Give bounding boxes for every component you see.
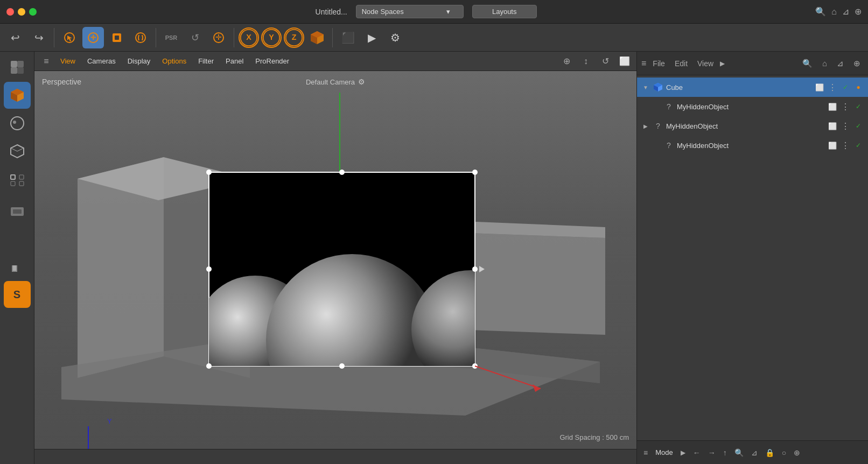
viewport-rotate-icon[interactable]: ↺	[598, 54, 613, 69]
psr-button[interactable]: PSR	[160, 27, 182, 48]
svg-marker-48	[454, 233, 605, 335]
cube-actions: ⬜ ⋮ ✓ ●	[814, 82, 864, 93]
file-menu[interactable]: File	[649, 57, 668, 70]
hidden1-actions: ⬜ ⋮ ✓	[827, 101, 864, 112]
transform-button[interactable]	[306, 27, 328, 48]
sidebar-item-objects[interactable]	[4, 82, 31, 109]
scale-tool-button[interactable]	[106, 27, 128, 48]
mode-arrow-left[interactable]: ←	[691, 446, 703, 459]
object-row-cube[interactable]: ▼ Cube ⬜ ⋮ ✓ ●	[637, 78, 868, 97]
viewport-hamburger[interactable]: ≡	[39, 54, 54, 69]
y-axis-button[interactable]: Y	[261, 27, 282, 48]
render-region-button[interactable]: ⬛	[337, 27, 359, 48]
view-menu[interactable]: View	[55, 55, 81, 67]
h1-dots-icon[interactable]: ⋮	[840, 101, 851, 112]
search-icon[interactable]: 🔍	[815, 6, 826, 17]
h3-check-icon[interactable]: ✓	[853, 140, 864, 151]
h3-visibility-icon[interactable]: ⬜	[827, 140, 838, 151]
layouts-button[interactable]: Layouts	[472, 5, 537, 18]
viewport-pan-icon[interactable]: ↕	[578, 54, 593, 69]
cursor-tool-button[interactable]	[59, 27, 80, 48]
svg-rect-29	[19, 175, 24, 179]
z-axis-button[interactable]: Z	[284, 27, 304, 48]
mode-hamburger[interactable]: ≡	[641, 446, 650, 459]
h2-check-icon[interactable]: ✓	[853, 121, 864, 131]
viewport-layout-icon[interactable]: ⬜	[617, 54, 632, 69]
expand-icon-cube[interactable]: ▼	[641, 83, 650, 92]
minimize-button[interactable]	[18, 8, 25, 16]
arrow-right-icon[interactable]: ▶	[720, 60, 725, 67]
move-tool-button[interactable]: ✛	[82, 27, 104, 48]
cube-check-icon[interactable]: ✓	[840, 82, 851, 93]
maximize-button[interactable]	[29, 8, 37, 16]
rph-hamburger[interactable]: ≡	[641, 59, 646, 68]
mode-arrow-up[interactable]: ↑	[721, 446, 729, 459]
sidebar-item-animation[interactable]	[4, 166, 31, 193]
expand-icon-h2[interactable]: ▶	[641, 122, 650, 130]
object-row-hidden3[interactable]: ▶ ? MyHiddenObject ⬜ ⋮ ✓	[648, 136, 868, 155]
viewport-move-icon[interactable]: ⊕	[559, 54, 574, 69]
h3-dots-icon[interactable]: ⋮	[840, 140, 851, 151]
search-right-icon[interactable]: 🔍	[799, 57, 816, 71]
mode-filter[interactable]: ⊿	[749, 446, 760, 459]
prorender-menu[interactable]: ProRender	[250, 55, 295, 67]
left-sidebar: S	[0, 52, 34, 464]
mode-search[interactable]: 🔍	[732, 446, 746, 459]
close-button[interactable]	[6, 8, 14, 16]
h1-check-icon[interactable]: ✓	[853, 101, 864, 112]
add-icon[interactable]: ⊕	[855, 6, 862, 17]
render-button[interactable]: ▶	[361, 27, 382, 48]
sidebar-item-tools[interactable]	[4, 253, 31, 280]
add-right-icon[interactable]: ⊕	[850, 57, 864, 71]
object-row-hidden2[interactable]: ▶ ? MyHiddenObject ⬜ ⋮ ✓	[637, 116, 868, 136]
display-menu[interactable]: Display	[122, 55, 156, 67]
mode-circle[interactable]: ○	[780, 446, 788, 459]
sidebar-item-scene[interactable]	[4, 138, 31, 165]
mode-arrow-right2[interactable]: →	[706, 446, 718, 459]
undo-button[interactable]: ↩	[4, 27, 26, 48]
svg-text:✛: ✛	[90, 34, 96, 41]
edit-menu[interactable]: Edit	[671, 57, 691, 70]
reset-button[interactable]: ↺	[184, 27, 206, 48]
sidebar-item-s[interactable]: S	[4, 281, 31, 308]
expand-icon-h3[interactable]: ▶	[652, 141, 661, 150]
mode-lock[interactable]: 🔒	[763, 446, 776, 459]
expand-icon-h1[interactable]: ▶	[652, 102, 661, 111]
x-axis-button[interactable]: X	[239, 27, 259, 48]
view-menu-right[interactable]: View	[694, 57, 717, 70]
home-icon[interactable]: ⌂	[831, 7, 837, 17]
viewport-3d[interactable]: X Y Z Perspective Default Camera ⚙ Grid …	[34, 71, 636, 449]
h2-visibility-icon[interactable]: ⬜	[827, 121, 838, 131]
svg-text:Z: Z	[292, 33, 297, 41]
traffic-lights	[6, 8, 37, 16]
move2-button[interactable]: ✛	[208, 27, 229, 48]
filter-icon[interactable]: ⊿	[842, 6, 849, 17]
object-row-hidden1[interactable]: ▶ ? MyHiddenObject ⬜ ⋮ ✓	[648, 97, 868, 116]
rotate-tool-button[interactable]	[130, 27, 151, 48]
svg-rect-19	[11, 67, 17, 74]
render-settings-button[interactable]: ⚙	[384, 27, 406, 48]
redo-button[interactable]: ↪	[28, 27, 50, 48]
sidebar-item-view[interactable]	[4, 54, 31, 81]
home-right-icon[interactable]: ⌂	[819, 57, 830, 70]
mode-arrow-right[interactable]: ▶	[678, 447, 688, 459]
options-menu[interactable]: Options	[157, 55, 192, 67]
cube-dots-icon[interactable]: ⋮	[827, 82, 838, 93]
sidebar-item-rendering[interactable]	[4, 198, 31, 225]
sidebar-item-materials[interactable]	[4, 110, 31, 137]
cameras-menu[interactable]: Cameras	[82, 55, 121, 67]
node-spaces-dropdown[interactable]: Node Spaces ▾	[356, 5, 464, 18]
cube-visibility-icon[interactable]: ⬜	[814, 82, 825, 93]
svg-rect-31	[19, 181, 24, 186]
panel-menu[interactable]: Panel	[220, 55, 249, 67]
svg-text:Y: Y	[269, 33, 274, 41]
h2-dots-icon[interactable]: ⋮	[840, 121, 851, 131]
mode-add[interactable]: ⊕	[792, 446, 802, 459]
main-toolbar: ↩ ↪ ✛ PSR ↺ ✛	[0, 24, 868, 52]
titlebar-right: 🔍 ⌂ ⊿ ⊕	[815, 6, 862, 17]
h1-visibility-icon[interactable]: ⬜	[827, 101, 838, 112]
right-panel-header: ≡ File Edit View ▶ 🔍 ⌂ ⊿ ⊕	[637, 52, 868, 75]
svg-point-60	[339, 170, 345, 175]
filter-menu[interactable]: Filter	[193, 55, 219, 67]
filter-right-icon[interactable]: ⊿	[834, 57, 847, 71]
